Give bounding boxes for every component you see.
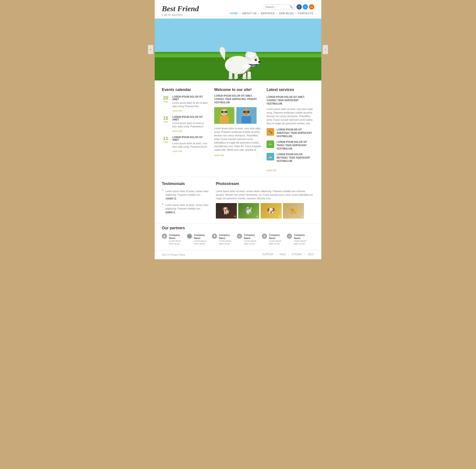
event-month-1: may xyxy=(162,100,169,103)
svg-rect-32 xyxy=(242,116,251,123)
event-date-1: 20 may xyxy=(162,96,169,112)
partner-desc-2: Lorem ipsum dolor sit am xyxy=(194,240,208,245)
welcome-more[interactable]: more info xyxy=(214,154,224,157)
event-date-2: 15 may xyxy=(162,116,169,133)
testimonial-content-2: Lorem ipsum dolor sit amet, consec tetur… xyxy=(165,203,211,214)
welcome-section: Welcome to our site! LOREM IPSUM DOLOR S… xyxy=(214,88,262,172)
event-heading-2: LOREM IPSUM DOLOR SIT AMET xyxy=(172,116,210,121)
partners-title: Our partners xyxy=(162,226,314,230)
partner-name-3: Company Name xyxy=(219,234,233,240)
event-more-3[interactable]: more info xyxy=(172,150,182,153)
welcome-photos xyxy=(214,107,262,124)
svg-rect-24 xyxy=(219,116,229,123)
svg-point-18 xyxy=(242,77,246,79)
partner-item-3: 💬 Company Name Lorem ipsum dolor sit am xyxy=(212,234,233,245)
partner-name-6: Company Name xyxy=(294,234,308,240)
service-text-1: LOREM IPSUM DR SIT AMENTSEC TEER ADIPISC… xyxy=(277,128,314,138)
photo-zoom-3: ⊕ xyxy=(279,215,281,218)
search-button[interactable]: 🔍 xyxy=(289,5,293,9)
event-item-2: 15 may LOREM IPSUM DOLOR SIT AMET Lorem … xyxy=(162,116,210,133)
partners-grid: ◆ Company Name Lorem ipsum dolor sit am … xyxy=(162,234,314,245)
site-title: Best Friend xyxy=(162,4,199,13)
hero-slider xyxy=(155,18,321,81)
partner-icon-6: ◎ xyxy=(287,234,292,239)
svg-point-9 xyxy=(256,59,257,60)
photo-thumb-1[interactable]: 🐕 ⊕ xyxy=(216,203,237,218)
nav-about[interactable]: ABOUT US xyxy=(241,11,258,15)
welcome-intro: LOREM IPSUM DOLOR SIT AMET, CONSEC TEER … xyxy=(214,94,262,104)
main-content: Events calendar 20 may LOREM IPSUM DOLOR… xyxy=(155,81,321,177)
search-box[interactable]: 🔍 xyxy=(264,4,295,10)
partner-info-1: Company Name Lorem ipsum dolor sit am xyxy=(169,234,183,245)
partner-icon-3: 💬 xyxy=(212,234,217,239)
testimonials-title: Testimonials xyxy=(162,182,211,186)
event-day-2: 15 xyxy=(162,116,169,120)
site-subtitle: a site for dog lovers xyxy=(162,14,199,16)
partner-icon-2: 🐾 xyxy=(187,234,192,239)
svg-point-7 xyxy=(258,61,261,63)
slider-outer: ‹ xyxy=(155,18,321,81)
footer-sitemap[interactable]: SITEMAP xyxy=(292,253,302,256)
social-icons: f t rss xyxy=(296,4,314,10)
partner-info-2: Company Name Lorem ipsum dolor sit am xyxy=(194,234,208,245)
partner-desc-4: Lorem ipsum dolor sit am xyxy=(244,240,258,245)
slider-prev-button[interactable]: ‹ xyxy=(148,45,153,54)
photo-animal-1: 🐕 xyxy=(216,203,237,218)
svg-point-16 xyxy=(229,77,233,79)
welcome-title: Welcome to our site! xyxy=(214,88,262,92)
svg-point-34 xyxy=(247,111,249,113)
footer-help[interactable]: HELP xyxy=(308,253,314,256)
event-item-3: 11 may LOREM IPSUM DOLOR SIT AMET Lorem … xyxy=(162,136,210,153)
nav-blog[interactable]: OUR BLOG xyxy=(278,11,295,15)
facebook-button[interactable]: f xyxy=(296,4,302,10)
logo-area: Best Friend a site for dog lovers xyxy=(162,4,199,16)
header: Best Friend a site for dog lovers 🔍 f t … xyxy=(155,0,321,18)
event-text-3: Lorem ipsum dolor sit amet, conc tetur a… xyxy=(172,142,210,149)
photostream-title: Photostream xyxy=(216,182,314,186)
footer-copyright: 2013 © Privacy Policy xyxy=(162,253,185,256)
photo-animal-2: 🐩 xyxy=(238,203,259,218)
event-date-3: 11 may xyxy=(162,136,169,153)
partner-desc-1: Lorem ipsum dolor sit am xyxy=(169,240,183,245)
partner-name-5: Company Name xyxy=(269,234,283,240)
slider-next-button[interactable]: › xyxy=(323,45,328,54)
event-more-2[interactable]: more info xyxy=(172,130,182,132)
event-text-2: Lorem ipsum dolor sit amet,nc tetur adip… xyxy=(172,122,210,128)
nav-dot-4: ● xyxy=(295,12,296,15)
photostream-intro: Lorem ipsum dolor sit amet, consec tetue… xyxy=(216,189,314,200)
photo-thumb-4[interactable]: 🦮 ⊕ xyxy=(283,203,304,218)
nav-dot-3: ● xyxy=(276,12,278,15)
nav-dot-2: ● xyxy=(258,12,259,15)
photo-thumb-3[interactable]: 🐶 ⊕ xyxy=(261,203,281,218)
nav-services[interactable]: SERVICES xyxy=(260,11,276,15)
photo-thumb-2[interactable]: 🐩 ⊕ xyxy=(238,203,259,218)
search-input[interactable] xyxy=(266,5,289,8)
male-portrait xyxy=(214,107,234,124)
welcome-body: Lorem ipsum dolor sit amet, conc tetur a… xyxy=(214,127,262,152)
events-title: Events calendar xyxy=(162,88,210,92)
photo-grid: 🐕 ⊕ 🐩 ⊕ 🐶 ⊕ 🦮 ⊕ xyxy=(216,203,314,218)
event-body-3: LOREM IPSUM DOLOR SIT AMET Lorem ipsum d… xyxy=(172,136,210,153)
twitter-button[interactable]: t xyxy=(303,4,308,10)
footer-faqs[interactable]: FAQS xyxy=(280,253,286,256)
partner-icon-1: ◆ xyxy=(162,234,167,239)
bottom-content: Testimonials “ Lorem ipsum dolor sit ame… xyxy=(155,177,321,223)
services-more[interactable]: more info xyxy=(266,169,277,172)
photo-zoom-4: ⊕ xyxy=(301,215,303,218)
partner-info-6: Company Name Lorem ipsum dolor sit am xyxy=(294,234,308,245)
event-month-2: may xyxy=(162,120,169,123)
nav-home[interactable]: HOME xyxy=(229,11,239,15)
footer-support[interactable]: SUPPORT xyxy=(263,253,274,256)
footer-sep-1: • xyxy=(276,253,277,256)
nav-contacts[interactable]: CONTACTS xyxy=(297,11,314,15)
rss-button[interactable]: rss xyxy=(309,4,314,10)
partner-item-2: 🐾 Company Name Lorem ipsum dolor sit am xyxy=(187,234,208,245)
partner-item-5: ✿ Company Name Lorem ipsum dolor sit am xyxy=(262,234,283,245)
photo-animal-3: 🐶 xyxy=(261,203,281,218)
event-more-1[interactable]: more info xyxy=(172,110,182,112)
testimonial-item-1: “ Lorem ipsum dolor sit amet, consec tet… xyxy=(162,189,211,200)
partner-desc-6: Lorem ipsum dolor sit am xyxy=(294,240,308,245)
header-right: 🔍 f t rss HOME ● ABOUT US ● SERVICES ● O… xyxy=(229,4,314,15)
partner-name-2: Company Name xyxy=(194,234,208,240)
partner-info-5: Company Name Lorem ipsum dolor sit am xyxy=(269,234,283,245)
